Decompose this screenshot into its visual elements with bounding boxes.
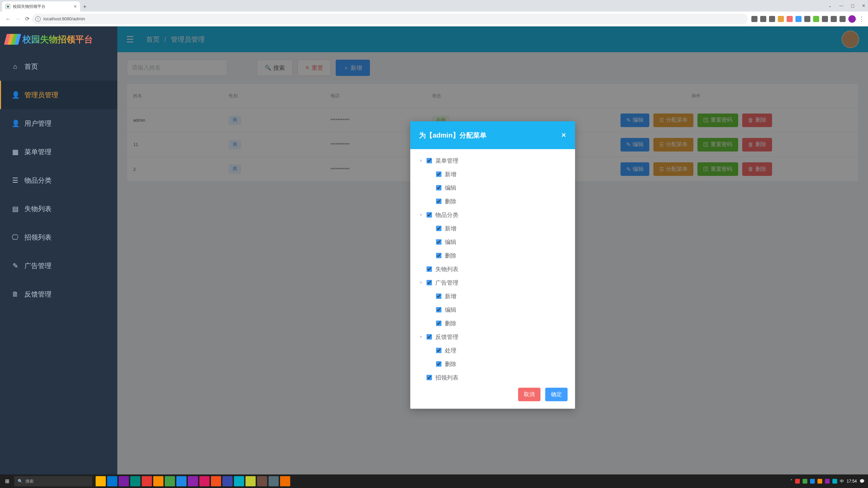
tree-checkbox[interactable]: [427, 334, 432, 340]
ime-indicator[interactable]: 中: [840, 479, 844, 484]
sidebar-item-user[interactable]: 👤用户管理: [0, 109, 117, 138]
pin-icon[interactable]: [222, 476, 233, 486]
ext-icon[interactable]: [795, 16, 802, 22]
close-window-icon[interactable]: ✕: [861, 2, 867, 9]
pin-icon[interactable]: [245, 476, 256, 486]
tree-node[interactable]: 反馈管理: [418, 330, 572, 344]
site-info-icon[interactable]: i: [35, 16, 41, 22]
tree-node-child[interactable]: 编辑: [418, 181, 572, 195]
tree-checkbox[interactable]: [436, 185, 441, 190]
notifications-icon[interactable]: 💬: [860, 479, 865, 484]
tray-icon[interactable]: [825, 479, 830, 484]
tree-node-child[interactable]: 删除: [418, 249, 572, 262]
caret-icon[interactable]: [419, 335, 425, 339]
sidebar-item-doc[interactable]: ▤失物列表: [0, 195, 117, 223]
tree-checkbox[interactable]: [436, 361, 441, 367]
tree-node[interactable]: 菜单管理: [418, 154, 572, 167]
pin-icon[interactable]: [280, 476, 290, 486]
tree-node[interactable]: 物品分类: [418, 208, 572, 222]
tree-checkbox[interactable]: [427, 158, 432, 163]
tree-checkbox[interactable]: [436, 226, 441, 231]
tree-node-child[interactable]: 新增: [418, 222, 572, 235]
tree-node-child[interactable]: 删除: [418, 357, 572, 371]
ext-icon[interactable]: [831, 16, 837, 22]
sidebar-item-file[interactable]: 🗎反馈管理: [0, 280, 117, 308]
ext-icon[interactable]: [787, 16, 793, 22]
tree-checkbox[interactable]: [436, 239, 441, 245]
sidebar-item-grid[interactable]: ▦菜单管理: [0, 138, 117, 166]
tree-checkbox[interactable]: [427, 280, 432, 285]
sidebar-item-user-gear[interactable]: 👤管理员管理: [0, 81, 117, 109]
pin-icon[interactable]: [107, 476, 117, 486]
tray-icon[interactable]: [803, 479, 807, 484]
pin-icon[interactable]: [119, 476, 129, 486]
sidebar-item-home[interactable]: ⌂首页: [0, 52, 117, 81]
tree-checkbox[interactable]: [436, 171, 441, 177]
confirm-button[interactable]: 确定: [545, 388, 568, 401]
tree-checkbox[interactable]: [427, 375, 432, 380]
pin-icon[interactable]: [165, 476, 175, 486]
tree-checkbox[interactable]: [436, 293, 441, 299]
sidebar-item-list[interactable]: ☰物品分类: [0, 166, 117, 195]
forward-button[interactable]: →: [13, 16, 22, 22]
cancel-button[interactable]: 取消: [518, 388, 540, 401]
tree-node[interactable]: 招领列表: [418, 371, 572, 383]
ext-icon[interactable]: [822, 16, 828, 22]
tray-icon[interactable]: [832, 479, 837, 484]
ext-icon[interactable]: [804, 16, 810, 22]
tree-node[interactable]: 广告管理: [418, 276, 572, 289]
ext-icon[interactable]: [813, 16, 819, 22]
tree-node-child[interactable]: 删除: [418, 195, 572, 208]
pin-icon[interactable]: [130, 476, 140, 486]
tree-node[interactable]: 失物列表: [418, 262, 572, 276]
browser-tab[interactable]: 校园失物招领平台 ×: [2, 1, 80, 12]
tray-icon[interactable]: [810, 479, 815, 484]
tray-icon[interactable]: [795, 479, 800, 484]
reload-button[interactable]: ⟳: [22, 16, 32, 22]
tree-checkbox[interactable]: [436, 307, 441, 312]
tree-node-child[interactable]: 编辑: [418, 235, 572, 249]
tree-node-child[interactable]: 新增: [418, 167, 572, 181]
tree-node-child[interactable]: 新增: [418, 289, 572, 303]
pin-icon[interactable]: [142, 476, 152, 486]
back-button[interactable]: ←: [3, 16, 13, 22]
puzzle-icon[interactable]: [840, 16, 846, 22]
tab-close-icon[interactable]: ×: [74, 4, 77, 9]
pin-icon[interactable]: [96, 476, 106, 486]
tree-node-child[interactable]: 删除: [418, 317, 572, 330]
ext-icon[interactable]: [778, 16, 784, 22]
ext-icon[interactable]: [769, 16, 775, 22]
pin-icon[interactable]: [188, 476, 198, 486]
minimize-icon[interactable]: —: [838, 2, 845, 9]
taskbar-search[interactable]: 🔍 搜索: [14, 476, 92, 486]
tree-node-child[interactable]: 编辑: [418, 303, 572, 317]
caret-icon[interactable]: [419, 159, 425, 163]
start-button[interactable]: ⊞: [0, 478, 14, 484]
omnibox[interactable]: i localhost:8080/admin: [32, 14, 748, 24]
sidebar-item-screen[interactable]: 🖵招领列表: [0, 223, 117, 251]
tree-checkbox[interactable]: [436, 321, 441, 326]
tree-checkbox[interactable]: [436, 253, 441, 258]
maximize-icon[interactable]: ▢: [849, 2, 856, 9]
tree-checkbox[interactable]: [427, 266, 432, 272]
tree-node-child[interactable]: 处理: [418, 344, 572, 357]
pin-icon[interactable]: [199, 476, 210, 486]
tree-checkbox[interactable]: [436, 199, 441, 204]
pin-icon[interactable]: [257, 476, 267, 486]
ext-icon[interactable]: [760, 16, 766, 22]
ext-icon[interactable]: [751, 16, 757, 22]
pin-icon[interactable]: [234, 476, 244, 486]
new-tab-button[interactable]: +: [80, 2, 90, 12]
tree-checkbox[interactable]: [436, 348, 441, 353]
menu-icon[interactable]: ⋮: [859, 15, 865, 23]
tree-checkbox[interactable]: [427, 212, 432, 218]
caret-icon[interactable]: [419, 213, 425, 217]
tray-icon[interactable]: [817, 479, 822, 484]
pin-icon[interactable]: [211, 476, 221, 486]
pin-icon[interactable]: [269, 476, 279, 486]
caret-down-icon[interactable]: ⌄: [827, 2, 833, 9]
profile-avatar[interactable]: [848, 15, 856, 23]
pin-icon[interactable]: [176, 476, 186, 486]
dialog-close-icon[interactable]: ✕: [561, 131, 566, 139]
clock[interactable]: 17:54: [847, 479, 857, 484]
